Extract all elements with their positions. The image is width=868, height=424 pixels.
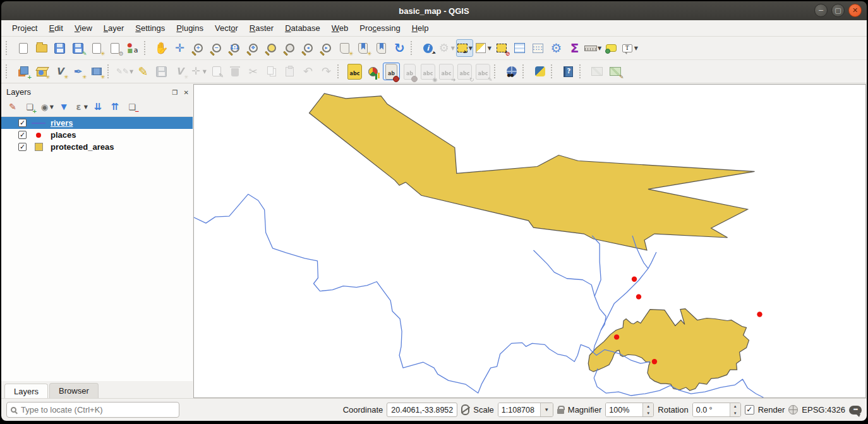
toolbar-handle[interactable]	[494, 64, 499, 78]
open-layer-styling-panel-button[interactable]: ✎	[6, 100, 20, 114]
menu-plugins[interactable]: Plugins	[171, 21, 209, 35]
add-group-button[interactable]: ❏+	[23, 100, 37, 114]
layer-item-protected_areas[interactable]: ✓protected_areas	[1, 141, 193, 153]
select-features-by-expression-button[interactable]: ▼	[474, 39, 491, 57]
menu-help[interactable]: Help	[406, 21, 435, 35]
rotation-input[interactable]	[693, 403, 730, 416]
pin-unpin-labels-button[interactable]: ab	[383, 63, 400, 80]
scale-combo[interactable]: ▼	[498, 403, 553, 417]
toolbar-handle[interactable]	[411, 41, 416, 55]
layer-name[interactable]: rivers	[51, 118, 73, 128]
panel-close-icon[interactable]: ✕	[184, 89, 189, 96]
toolbar-handle[interactable]	[6, 64, 11, 78]
save-project-button[interactable]	[51, 39, 68, 57]
text-annotation-dropdown-icon[interactable]: ▼	[634, 45, 638, 51]
toolbar-handle[interactable]	[579, 64, 584, 78]
crs-globe-icon[interactable]	[788, 405, 798, 415]
toggle-editing-button[interactable]: ✎	[135, 63, 152, 80]
layer-labeling-options-button[interactable]: abc	[346, 63, 363, 80]
menu-web[interactable]: Web	[326, 21, 354, 35]
zoom-native-resolution-button[interactable]: 1:1	[226, 39, 243, 57]
zoom-to-selection-button[interactable]	[263, 39, 280, 57]
tab-layers[interactable]: Layers	[4, 384, 48, 399]
chevron-down-icon[interactable]: ▼	[540, 403, 553, 416]
menu-project[interactable]: Project	[6, 21, 43, 35]
extents-mouse-toggle-icon[interactable]	[461, 404, 469, 415]
tab-browser[interactable]: Browser	[49, 383, 99, 398]
select-features-button[interactable]: ▼	[456, 39, 473, 57]
zoom-in-button[interactable]: +	[190, 39, 207, 57]
toolbar-handle[interactable]	[522, 64, 527, 78]
open-data-source-manager-button[interactable]: +	[15, 63, 32, 80]
select-features-dropdown-icon[interactable]: ▼	[469, 45, 473, 51]
toolbar-handle[interactable]	[144, 41, 149, 55]
menu-layer[interactable]: Layer	[98, 21, 130, 35]
filter-legend-by-expression-button[interactable]: ε▼	[74, 100, 88, 114]
collapse-all-button[interactable]: ⇈	[108, 100, 122, 114]
vertex-tool-dropdown-icon[interactable]: ▼	[203, 69, 207, 75]
scale-input[interactable]	[498, 403, 540, 416]
processing-toolbox-button[interactable]: ⚙	[548, 39, 565, 57]
toolbar-handle[interactable]	[551, 64, 556, 78]
layer-diagram-options-button[interactable]	[365, 63, 382, 80]
menu-vector[interactable]: Vector	[209, 21, 244, 35]
map-canvas[interactable]	[193, 84, 866, 398]
map-plugin-b-button[interactable]: ✎	[606, 63, 624, 80]
toolbar-handle[interactable]	[6, 41, 11, 55]
toolbar-handle[interactable]	[107, 64, 112, 78]
save-project-as-button[interactable]: ✎	[69, 39, 87, 57]
spinner-arrows[interactable]: ▲▼	[642, 403, 653, 416]
style-manager-button[interactable]: a	[124, 39, 142, 57]
layer-name[interactable]: places	[51, 130, 76, 140]
deselect-all-button[interactable]: ⊘	[493, 39, 510, 57]
pan-map-to-selection-button[interactable]: ✛	[171, 39, 188, 57]
menu-view[interactable]: View	[69, 21, 98, 35]
new-project-button[interactable]	[15, 39, 32, 57]
show-spatial-bookmarks-button[interactable]: ✳	[354, 39, 371, 57]
remove-layer-group-button[interactable]: ❏−	[125, 100, 139, 114]
menu-edit[interactable]: Edit	[43, 21, 68, 35]
layer-tree[interactable]: ✓rivers✓places✓protected_areas	[1, 117, 193, 381]
pan-map-button[interactable]: ✋	[153, 39, 170, 57]
filter-legend-by-expression-dropdown-icon[interactable]: ▼	[84, 104, 88, 110]
rotation-spinbox[interactable]: ▲▼	[692, 403, 741, 417]
layer-item-places[interactable]: ✓places	[1, 129, 193, 141]
layer-visibility-checkbox[interactable]: ✓	[18, 119, 27, 127]
zoom-last-button[interactable]: ◂	[299, 39, 316, 57]
magnifier-spinbox[interactable]: ▲▼	[605, 403, 654, 417]
expand-all-button[interactable]: ⇊	[91, 100, 105, 114]
metasearch-csw-client-button[interactable]	[503, 63, 520, 80]
menu-database[interactable]: Database	[279, 21, 326, 35]
measure-line-button[interactable]: ▼	[584, 39, 601, 57]
map-tips-button[interactable]	[603, 39, 620, 57]
zoom-next-button[interactable]: ▸	[318, 39, 335, 57]
zoom-out-button[interactable]: −	[208, 39, 225, 57]
filter-legend-button[interactable]: ▼	[57, 100, 71, 114]
new-shapefile-layer-button[interactable]: V✳	[51, 63, 68, 80]
menu-raster[interactable]: Raster	[244, 21, 279, 35]
zoom-full-button[interactable]: ❖	[244, 39, 262, 57]
render-checkbox[interactable]: ✓	[745, 405, 754, 415]
new-virtual-layer-button[interactable]: ✳	[88, 63, 105, 80]
python-console-button[interactable]	[531, 63, 548, 80]
new-geopackage-layer-button[interactable]: ✳	[33, 63, 50, 80]
magnifier-input[interactable]	[606, 403, 642, 416]
maximize-button[interactable]: ▢	[831, 4, 845, 17]
statistical-summary-button[interactable]: Σ	[566, 39, 583, 57]
coordinate-input[interactable]	[387, 403, 457, 417]
open-attribute-table-button[interactable]	[511, 39, 528, 57]
menu-processing[interactable]: Processing	[354, 21, 406, 35]
layer-visibility-checkbox[interactable]: ✓	[18, 143, 27, 151]
spinner-arrows[interactable]: ▲▼	[730, 403, 740, 416]
close-button[interactable]: ✕	[848, 4, 862, 17]
select-features-by-expression-dropdown-icon[interactable]: ▼	[488, 45, 491, 51]
toolbar-handle[interactable]	[337, 64, 342, 78]
layer-item-rivers[interactable]: ✓rivers	[1, 117, 193, 129]
field-calculator-button[interactable]: ∷∷	[529, 39, 546, 57]
layer-name[interactable]: protected_areas	[51, 142, 114, 152]
text-annotation-button[interactable]: T▼	[621, 39, 638, 57]
current-edits-dropdown-icon[interactable]: ▼	[130, 69, 133, 75]
open-project-button[interactable]	[33, 39, 50, 57]
run-feature-action-dropdown-icon[interactable]: ▼	[451, 45, 455, 51]
new-print-layout-button[interactable]: ✳	[88, 39, 105, 57]
